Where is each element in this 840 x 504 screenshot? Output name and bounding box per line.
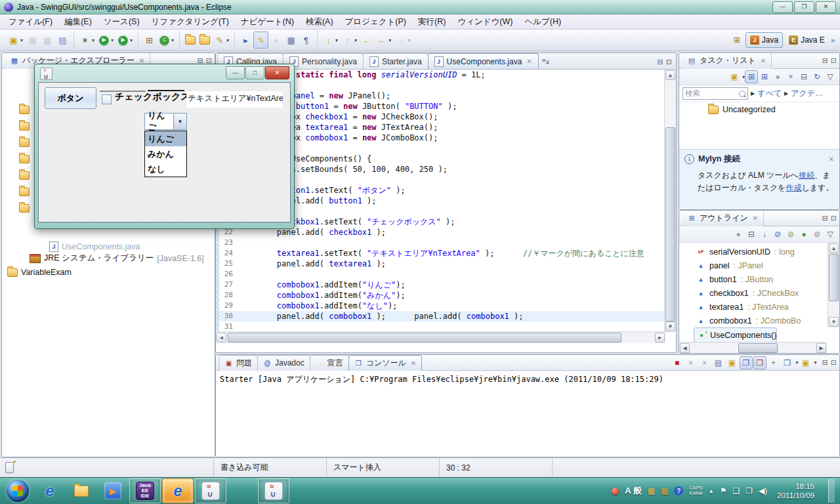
- window-restore-button[interactable]: ❐: [794, 1, 814, 13]
- toolbar-forward-button[interactable]: →▾: [393, 32, 412, 49]
- outline-tree[interactable]: sFserialVersionUID: long▲panel: JPanel▲b…: [679, 243, 839, 354]
- network-icon[interactable]: ❒: [746, 486, 753, 495]
- tasklist-clear-filter-button[interactable]: ×: [784, 70, 797, 83]
- window-minimize-button[interactable]: —: [772, 1, 793, 13]
- toolbar-new-class-button[interactable]: C▾: [157, 32, 176, 49]
- outline-hide-static-button[interactable]: ⊘: [784, 228, 797, 241]
- editor-tab-UseComponents.java[interactable]: JUseComponents.java✕: [428, 53, 539, 69]
- outline-item-serialVersionUID[interactable]: sFserialVersionUID: long: [679, 245, 839, 259]
- toolbar-run-external-tools-button[interactable]: ▶▾: [116, 32, 135, 49]
- dropdown-arrow-icon[interactable]: ▾: [20, 37, 23, 43]
- dropdown-arrow-icon[interactable]: ▾: [388, 37, 391, 43]
- toolbar-new-java-project-button[interactable]: ⊞: [142, 32, 157, 49]
- scroll-up-arrow[interactable]: ▲: [665, 70, 675, 80]
- toolbar-new-wizard-button[interactable]: ▣▾: [6, 32, 25, 49]
- mylyn-create-link[interactable]: 作成: [786, 183, 802, 192]
- mylyn-connect-link[interactable]: 接続: [799, 171, 814, 180]
- scroll-right-arrow[interactable]: ▶: [816, 343, 826, 353]
- ime-toolbox-icon[interactable]: ▦: [648, 486, 655, 495]
- swing-app-window[interactable]: — □ ✕ ボタン チェックボックス テキストエリア¥nTextArea りんご…: [34, 64, 295, 229]
- show-desktop-button[interactable]: [828, 479, 835, 503]
- outline-vertical-scrollbar[interactable]: ▲ ▼: [828, 243, 839, 327]
- code-line-29[interactable]: 29 combobox1.addItem("なし");: [216, 301, 676, 311]
- toolbar-show-whitespace-button[interactable]: ¶: [299, 32, 314, 49]
- dropdown-arrow-icon[interactable]: ▾: [354, 37, 357, 43]
- swing-minimize-button[interactable]: —: [226, 66, 245, 79]
- menu-リファクタリング(T)[interactable]: リファクタリング(T): [146, 15, 235, 29]
- taskbar-clock[interactable]: 18:15 2011/10/09: [777, 482, 814, 501]
- outline-item-checkbox1[interactable]: ▲checkbox1: JCheckBox: [679, 286, 839, 300]
- caps-kana-indicator[interactable]: CAPS KANA: [689, 486, 702, 497]
- swing-checkbox[interactable]: [102, 94, 112, 104]
- console-show-on-stderr-button[interactable]: ❐: [753, 356, 766, 369]
- ime-mode-indicator[interactable]: A 般: [625, 485, 642, 497]
- tree-project-folder[interactable]: [19, 204, 30, 213]
- outline-sort-button[interactable]: ↓: [758, 228, 771, 241]
- toolbar-open-resource-button[interactable]: [198, 32, 212, 49]
- code-line-25[interactable]: 25 panel.add( textarea1 );: [216, 259, 676, 269]
- code-line-26[interactable]: 26: [216, 269, 676, 280]
- action-center-flag-icon[interactable]: ⚑: [720, 486, 727, 495]
- console-remove-launch-button[interactable]: ×: [684, 356, 698, 369]
- device-icon[interactable]: ❑: [733, 486, 740, 495]
- tree-project-folder[interactable]: [19, 106, 30, 114]
- tasklist-scheduled-mode-button[interactable]: ⊞: [758, 70, 771, 83]
- scroll-down-arrow[interactable]: ▼: [665, 322, 675, 331]
- tasklist-new-task-button[interactable]: ▣: [728, 70, 741, 83]
- toolbar-open-type-button[interactable]: [183, 32, 198, 49]
- tab-problems[interactable]: ▣問題: [219, 355, 258, 371]
- tasklist-focus-workweek-button[interactable]: ●: [771, 70, 784, 83]
- scrollbar-thumb[interactable]: [228, 333, 621, 343]
- ime-pad-icon[interactable]: ▦: [661, 486, 668, 495]
- taskbar-ie-active[interactable]: e: [162, 478, 194, 503]
- toolbar-block-selection-button[interactable]: ▦: [284, 32, 299, 49]
- minimize-view-icon[interactable]: ⊟: [822, 358, 828, 367]
- close-view-icon[interactable]: ✕: [761, 57, 766, 64]
- open-perspective-button[interactable]: ⊞: [730, 33, 744, 47]
- scrollbar-thumb[interactable]: [829, 254, 839, 301]
- menu-ヘルプ(H)[interactable]: ヘルプ(H): [518, 15, 567, 29]
- tree-item-jre-library[interactable]: JRE システム・ライブラリー [JavaSE-1.6]: [30, 253, 204, 264]
- code-line-27[interactable]: 27 combobox1.addItem("りんご");: [216, 280, 676, 290]
- volume-icon[interactable]: ◀): [759, 486, 767, 495]
- window-close-button[interactable]: ✕: [816, 1, 836, 13]
- close-tab-icon[interactable]: ✕: [526, 58, 532, 65]
- taskbar-java-app-2[interactable]: [258, 478, 289, 503]
- dropdown-arrow-icon[interactable]: ▾: [796, 360, 799, 366]
- toolbar-print-button[interactable]: ▤: [55, 32, 70, 49]
- task-list-tab[interactable]: ▤ タスク・リスト ✕: [682, 53, 772, 69]
- editor-vertical-scrollbar[interactable]: ▲ ▼: [664, 70, 676, 332]
- swing-combobox[interactable]: りんご ▼: [144, 113, 187, 130]
- outline-hide-fields-button[interactable]: ⊘: [771, 228, 784, 241]
- maximize-view-icon[interactable]: ⊡: [831, 358, 837, 367]
- scroll-up-arrow[interactable]: ▲: [829, 243, 839, 253]
- tab-declaration[interactable]: →宣言: [310, 355, 349, 371]
- toolbar-run-button[interactable]: ▶▾: [96, 32, 116, 49]
- scrollbar-thumb[interactable]: [738, 343, 778, 353]
- minimize-editor-icon[interactable]: ⊟: [658, 58, 663, 66]
- menu-実行(R)[interactable]: 実行(R): [412, 15, 452, 29]
- toolbar-next-annotation-button[interactable]: ↓▾: [321, 32, 340, 49]
- console-remove-all-launches-button[interactable]: ×: [698, 356, 711, 369]
- toolbar-last-edit-hover-button[interactable]: ●: [268, 32, 284, 49]
- tree-project-folder[interactable]: [19, 138, 30, 147]
- toolbar-last-edit-location-button[interactable]: ←: [359, 32, 374, 49]
- taskbar-wmp[interactable]: ▶: [98, 479, 128, 503]
- outline-hide-non-public-button[interactable]: ●: [797, 228, 810, 241]
- toolbar-search-button[interactable]: ✎▾: [212, 32, 231, 49]
- dropdown-arrow-icon[interactable]: ▾: [814, 360, 817, 366]
- task-category-uncategorized[interactable]: Uncategorized: [679, 102, 839, 117]
- combobox-arrow-icon[interactable]: ▼: [173, 114, 186, 129]
- outline-item-textarea1[interactable]: ▲textarea1: JTextArea: [679, 300, 839, 314]
- scrollbar-thumb[interactable]: [665, 127, 675, 322]
- dropdown-arrow-icon[interactable]: ▾: [111, 37, 114, 43]
- dropdown-arrow-icon[interactable]: ▾: [408, 37, 410, 43]
- outline-horizontal-scrollbar[interactable]: ◀ ▶: [679, 342, 827, 354]
- maximize-view-icon[interactable]: ⊡: [831, 214, 837, 222]
- close-notification-icon[interactable]: ✕: [829, 156, 834, 163]
- toolbar-previous-annotation-button[interactable]: ↑▾: [340, 32, 359, 49]
- swing-close-button[interactable]: ✕: [265, 66, 289, 79]
- taskbar-eclipse[interactable]: Java EE IDE: [129, 478, 161, 503]
- editor-tab-Personality.java[interactable]: JPersonality.java: [283, 53, 364, 69]
- minimize-view-icon[interactable]: ⊟: [822, 214, 828, 222]
